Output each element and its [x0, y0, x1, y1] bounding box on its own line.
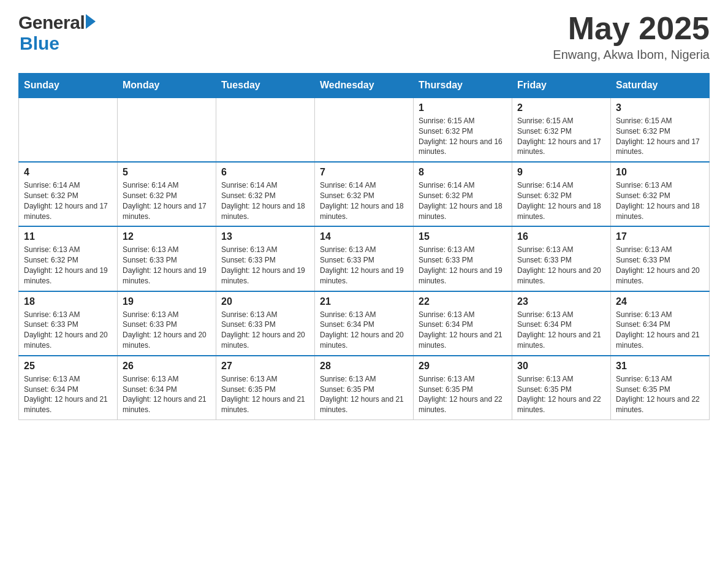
location-text: Enwang, Akwa Ibom, Nigeria — [553, 48, 710, 62]
calendar-cell: 18Sunrise: 6:13 AMSunset: 6:33 PMDayligh… — [19, 291, 118, 356]
day-number: 3 — [616, 102, 704, 113]
week-row-1: 1Sunrise: 6:15 AMSunset: 6:32 PMDaylight… — [19, 98, 710, 162]
title-area: May 2025 Enwang, Akwa Ibom, Nigeria — [553, 12, 710, 62]
day-number: 9 — [517, 167, 605, 178]
day-info: Sunrise: 6:13 AMSunset: 6:34 PMDaylight:… — [419, 310, 507, 351]
calendar-cell: 23Sunrise: 6:13 AMSunset: 6:34 PMDayligh… — [512, 291, 611, 356]
calendar-cell: 16Sunrise: 6:13 AMSunset: 6:33 PMDayligh… — [512, 226, 611, 291]
calendar-cell — [315, 98, 414, 162]
calendar-cell: 17Sunrise: 6:13 AMSunset: 6:33 PMDayligh… — [611, 226, 710, 291]
calendar-cell — [118, 98, 216, 162]
day-header-sunday: Sunday — [19, 74, 118, 98]
day-info: Sunrise: 6:13 AMSunset: 6:34 PMDaylight:… — [123, 374, 211, 415]
day-number: 23 — [517, 296, 605, 307]
calendar-cell: 5Sunrise: 6:14 AMSunset: 6:32 PMDaylight… — [118, 162, 216, 226]
logo-blue-text: Blue — [20, 33, 59, 54]
calendar-cell: 24Sunrise: 6:13 AMSunset: 6:34 PMDayligh… — [611, 291, 710, 356]
day-header-wednesday: Wednesday — [315, 74, 414, 98]
calendar-cell: 28Sunrise: 6:13 AMSunset: 6:35 PMDayligh… — [315, 356, 414, 420]
day-number: 28 — [320, 361, 408, 372]
calendar-cell — [19, 98, 118, 162]
calendar-cell: 15Sunrise: 6:13 AMSunset: 6:33 PMDayligh… — [414, 226, 512, 291]
day-number: 29 — [419, 361, 507, 372]
week-row-2: 4Sunrise: 6:14 AMSunset: 6:32 PMDaylight… — [19, 162, 710, 226]
day-info: Sunrise: 6:13 AMSunset: 6:35 PMDaylight:… — [221, 374, 309, 415]
calendar-table: SundayMondayTuesdayWednesdayThursdayFrid… — [18, 73, 710, 420]
day-info: Sunrise: 6:13 AMSunset: 6:35 PMDaylight:… — [616, 374, 704, 415]
calendar-header-row: SundayMondayTuesdayWednesdayThursdayFrid… — [19, 74, 710, 98]
day-info: Sunrise: 6:14 AMSunset: 6:32 PMDaylight:… — [320, 180, 408, 221]
day-info: Sunrise: 6:13 AMSunset: 6:33 PMDaylight:… — [419, 245, 507, 286]
day-info: Sunrise: 6:13 AMSunset: 6:33 PMDaylight:… — [616, 245, 704, 286]
day-number: 15 — [419, 231, 507, 242]
day-info: Sunrise: 6:14 AMSunset: 6:32 PMDaylight:… — [24, 180, 112, 221]
day-number: 27 — [221, 361, 309, 372]
logo-arrow-icon — [86, 14, 96, 29]
week-row-4: 18Sunrise: 6:13 AMSunset: 6:33 PMDayligh… — [19, 291, 710, 356]
day-info: Sunrise: 6:14 AMSunset: 6:32 PMDaylight:… — [123, 180, 211, 221]
day-number: 20 — [221, 296, 309, 307]
calendar-cell: 26Sunrise: 6:13 AMSunset: 6:34 PMDayligh… — [118, 356, 216, 420]
calendar-cell: 29Sunrise: 6:13 AMSunset: 6:35 PMDayligh… — [414, 356, 512, 420]
day-number: 12 — [123, 231, 211, 242]
calendar-cell: 31Sunrise: 6:13 AMSunset: 6:35 PMDayligh… — [611, 356, 710, 420]
day-header-tuesday: Tuesday — [216, 74, 315, 98]
week-row-3: 11Sunrise: 6:13 AMSunset: 6:32 PMDayligh… — [19, 226, 710, 291]
day-info: Sunrise: 6:13 AMSunset: 6:34 PMDaylight:… — [517, 310, 605, 351]
logo-general-text: General — [18, 12, 85, 33]
day-number: 17 — [616, 231, 704, 242]
day-info: Sunrise: 6:13 AMSunset: 6:33 PMDaylight:… — [517, 245, 605, 286]
calendar-cell: 10Sunrise: 6:13 AMSunset: 6:32 PMDayligh… — [611, 162, 710, 226]
day-number: 21 — [320, 296, 408, 307]
day-number: 19 — [123, 296, 211, 307]
day-number: 22 — [419, 296, 507, 307]
day-info: Sunrise: 6:13 AMSunset: 6:33 PMDaylight:… — [123, 310, 211, 351]
calendar-cell: 20Sunrise: 6:13 AMSunset: 6:33 PMDayligh… — [216, 291, 315, 356]
calendar-cell: 13Sunrise: 6:13 AMSunset: 6:33 PMDayligh… — [216, 226, 315, 291]
day-number: 26 — [123, 361, 211, 372]
day-info: Sunrise: 6:13 AMSunset: 6:33 PMDaylight:… — [320, 245, 408, 286]
day-header-friday: Friday — [512, 74, 611, 98]
day-info: Sunrise: 6:14 AMSunset: 6:32 PMDaylight:… — [221, 180, 309, 221]
day-number: 1 — [419, 102, 507, 113]
calendar-cell: 3Sunrise: 6:15 AMSunset: 6:32 PMDaylight… — [611, 98, 710, 162]
day-number: 31 — [616, 361, 704, 372]
month-title: May 2025 — [553, 12, 710, 44]
day-header-saturday: Saturday — [611, 74, 710, 98]
day-info: Sunrise: 6:13 AMSunset: 6:32 PMDaylight:… — [616, 180, 704, 221]
day-number: 10 — [616, 167, 704, 178]
day-header-monday: Monday — [118, 74, 216, 98]
calendar-cell: 22Sunrise: 6:13 AMSunset: 6:34 PMDayligh… — [414, 291, 512, 356]
calendar-cell: 27Sunrise: 6:13 AMSunset: 6:35 PMDayligh… — [216, 356, 315, 420]
day-info: Sunrise: 6:13 AMSunset: 6:34 PMDaylight:… — [24, 374, 112, 415]
calendar-cell: 30Sunrise: 6:13 AMSunset: 6:35 PMDayligh… — [512, 356, 611, 420]
day-number: 11 — [24, 231, 112, 242]
day-header-thursday: Thursday — [414, 74, 512, 98]
page-header: General Blue May 2025 Enwang, Akwa Ibom,… — [18, 12, 710, 62]
day-info: Sunrise: 6:14 AMSunset: 6:32 PMDaylight:… — [419, 180, 507, 221]
day-info: Sunrise: 6:13 AMSunset: 6:33 PMDaylight:… — [123, 245, 211, 286]
day-number: 7 — [320, 167, 408, 178]
calendar-cell: 8Sunrise: 6:14 AMSunset: 6:32 PMDaylight… — [414, 162, 512, 226]
calendar-cell: 9Sunrise: 6:14 AMSunset: 6:32 PMDaylight… — [512, 162, 611, 226]
week-row-5: 25Sunrise: 6:13 AMSunset: 6:34 PMDayligh… — [19, 356, 710, 420]
calendar-cell: 19Sunrise: 6:13 AMSunset: 6:33 PMDayligh… — [118, 291, 216, 356]
day-info: Sunrise: 6:13 AMSunset: 6:35 PMDaylight:… — [419, 374, 507, 415]
day-number: 2 — [517, 102, 605, 113]
calendar-cell: 2Sunrise: 6:15 AMSunset: 6:32 PMDaylight… — [512, 98, 611, 162]
day-info: Sunrise: 6:13 AMSunset: 6:33 PMDaylight:… — [24, 310, 112, 351]
day-info: Sunrise: 6:13 AMSunset: 6:34 PMDaylight:… — [616, 310, 704, 351]
day-number: 24 — [616, 296, 704, 307]
day-number: 30 — [517, 361, 605, 372]
calendar-cell: 12Sunrise: 6:13 AMSunset: 6:33 PMDayligh… — [118, 226, 216, 291]
day-info: Sunrise: 6:15 AMSunset: 6:32 PMDaylight:… — [517, 116, 605, 157]
calendar-cell: 6Sunrise: 6:14 AMSunset: 6:32 PMDaylight… — [216, 162, 315, 226]
day-number: 18 — [24, 296, 112, 307]
day-info: Sunrise: 6:13 AMSunset: 6:33 PMDaylight:… — [221, 245, 309, 286]
day-number: 25 — [24, 361, 112, 372]
calendar-cell: 21Sunrise: 6:13 AMSunset: 6:34 PMDayligh… — [315, 291, 414, 356]
day-number: 16 — [517, 231, 605, 242]
calendar-cell: 14Sunrise: 6:13 AMSunset: 6:33 PMDayligh… — [315, 226, 414, 291]
day-number: 4 — [24, 167, 112, 178]
day-info: Sunrise: 6:13 AMSunset: 6:32 PMDaylight:… — [24, 245, 112, 286]
